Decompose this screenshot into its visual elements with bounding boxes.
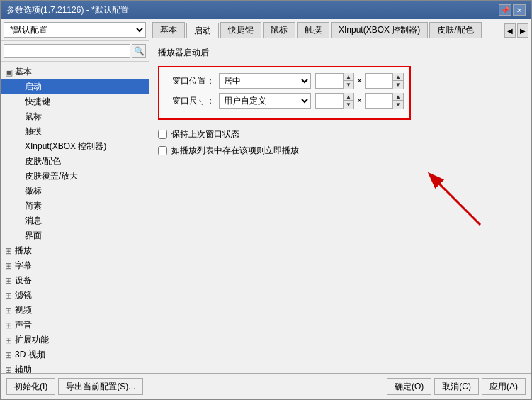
pos-y-input[interactable]: 0: [366, 74, 392, 88]
size-w-up[interactable]: ▲: [344, 93, 353, 101]
tree-item-skin-color[interactable]: 皮肤/配色: [1, 154, 149, 169]
export-button[interactable]: 导出当前配置(S)...: [58, 378, 143, 395]
main-window: 参数选项(1.7.21126) - *默认配置 📌 ✕ *默认配置 🔍 ▣基本: [0, 0, 532, 400]
tab-prev-button[interactable]: ◀: [504, 23, 516, 38]
tree-item-xinput[interactable]: XInput(XBOX 控制器): [1, 139, 149, 154]
section-title: 播放器启动后: [158, 47, 523, 59]
tree-item-video[interactable]: ⊞视频: [1, 303, 149, 318]
keep-window-state-checkbox[interactable]: [158, 130, 167, 139]
window-size-label: 窗口尺寸：: [165, 95, 215, 107]
tree-item-ui[interactable]: 界面: [1, 228, 149, 243]
pos-x-arrows: ▲ ▼: [343, 73, 353, 89]
confirm-button[interactable]: 确定(O): [387, 378, 431, 395]
tab-nav-buttons: ◀ ▶: [504, 23, 528, 38]
content-area: *默认配置 🔍 ▣基本启动快捷键鼠标触摸XInput(XBOX 控制器)皮肤/配…: [1, 19, 531, 373]
window-size-select[interactable]: 用户自定义: [219, 93, 311, 109]
size-h-up[interactable]: ▲: [393, 93, 403, 101]
title-controls: 📌 ✕: [499, 4, 526, 16]
bottom-bar-right: 确定(O) 取消(C) 应用(A): [387, 378, 526, 395]
tree-area: ▣基本启动快捷键鼠标触摸XInput(XBOX 控制器)皮肤/配色皮肤覆盖/放大…: [1, 62, 149, 373]
tabs-bar: 基本启动快捷键鼠标触摸XInput(XBOX 控制器)皮肤/配色 ◀ ▶: [149, 19, 531, 38]
tree-item-audio[interactable]: ⊞声音: [1, 318, 149, 333]
pos-separator: ×: [357, 76, 362, 86]
play-if-in-list-label: 如播放列表中存在该项则立即播放: [171, 145, 299, 157]
init-button[interactable]: 初始化(I): [6, 378, 55, 395]
size-w-down[interactable]: ▼: [344, 101, 353, 109]
pin-button[interactable]: 📌: [499, 4, 511, 16]
tree-item-message[interactable]: 消息: [1, 213, 149, 228]
tab-hotkeys[interactable]: 快捷键: [220, 22, 261, 38]
tree-item-subtitle[interactable]: ⊞字幕: [1, 258, 149, 273]
size-w-arrows: ▲ ▼: [343, 93, 353, 109]
search-area: 🔍: [1, 41, 149, 62]
size-w-input[interactable]: 1280: [316, 94, 343, 108]
pos-y-spinbox: 0 ▲ ▼: [365, 73, 404, 89]
bottom-bar: 初始化(I) 导出当前配置(S)... 确定(O) 取消(C) 应用(A): [1, 373, 531, 399]
pos-x-spinbox-group: 0 ▲ ▼ × 0 ▲ ▼: [315, 73, 404, 89]
keep-window-state-label: 保持上次窗口状态: [171, 128, 239, 140]
tab-start[interactable]: 启动: [186, 23, 219, 38]
tree-item-simple[interactable]: 简素: [1, 199, 149, 213]
search-input[interactable]: [4, 44, 130, 58]
search-icon: 🔍: [134, 46, 145, 56]
tab-mouse[interactable]: 鼠标: [263, 22, 295, 38]
cancel-button[interactable]: 取消(C): [434, 378, 479, 395]
profile-dropdown[interactable]: *默认配置: [4, 22, 146, 38]
size-separator: ×: [357, 96, 362, 106]
window-pos-row: 窗口位置： 居中 0 ▲ ▼ ×: [165, 73, 404, 89]
search-button[interactable]: 🔍: [132, 44, 146, 58]
window-pos-label: 窗口位置：: [165, 75, 215, 87]
red-arrow-annotation: [409, 168, 494, 232]
tab-touch[interactable]: 触摸: [297, 22, 329, 38]
arrow-annotation-area: [158, 161, 523, 232]
size-h-down[interactable]: ▼: [393, 101, 403, 109]
pos-x-spinbox: 0 ▲ ▼: [315, 73, 354, 89]
tree-item-playback[interactable]: ⊞播放: [1, 243, 149, 258]
tab-basic[interactable]: 基本: [152, 22, 185, 38]
checkbox1-row: 保持上次窗口状态: [158, 128, 523, 140]
window-size-row: 窗口尺寸： 用户自定义 1280 ▲ ▼: [165, 93, 404, 109]
pos-x-up[interactable]: ▲: [344, 73, 353, 81]
window-title: 参数选项(1.7.21126) - *默认配置: [6, 4, 129, 16]
pos-y-up[interactable]: ▲: [393, 73, 403, 81]
tab-next-button[interactable]: ▶: [517, 23, 528, 38]
pos-y-arrows: ▲ ▼: [392, 73, 403, 89]
tree-item-filter[interactable]: ⊞滤镜: [1, 288, 149, 303]
tree-item-hotkeys[interactable]: 快捷键: [1, 94, 149, 109]
tree-item-3d-video[interactable]: ⊞3D 视频: [1, 348, 149, 362]
size-w-spinbox: 1280 ▲ ▼: [315, 93, 354, 109]
size-h-spinbox: 720 ▲ ▼: [365, 93, 404, 109]
pos-x-down[interactable]: ▼: [344, 81, 353, 89]
tree-item-device[interactable]: ⊞设备: [1, 273, 149, 288]
size-spinbox-group: 1280 ▲ ▼ × 720 ▲: [315, 93, 404, 109]
pos-y-down[interactable]: ▼: [393, 81, 403, 89]
window-pos-select[interactable]: 居中: [219, 73, 311, 89]
title-bar: 参数选项(1.7.21126) - *默认配置 📌 ✕: [1, 1, 531, 19]
pos-x-input[interactable]: 0: [316, 74, 343, 88]
tree-item-start[interactable]: 启动: [1, 79, 149, 94]
tree-item-skin-scale[interactable]: 皮肤覆盖/放大: [1, 169, 149, 184]
tab-skin[interactable]: 皮肤/配色: [429, 22, 481, 38]
tree-item-touch[interactable]: 触摸: [1, 124, 149, 139]
tree-item-logo[interactable]: 徽标: [1, 184, 149, 199]
size-h-input[interactable]: 720: [366, 94, 392, 108]
checkbox2-row: 如播放列表中存在该项则立即播放: [158, 145, 523, 157]
profile-selector: *默认配置: [1, 19, 149, 41]
tree-item-extend[interactable]: ⊞扩展功能: [1, 333, 149, 348]
right-panel: 基本启动快捷键鼠标触摸XInput(XBOX 控制器)皮肤/配色 ◀ ▶ 播放器…: [149, 19, 531, 373]
highlighted-settings-box: 窗口位置： 居中 0 ▲ ▼ ×: [158, 66, 411, 120]
svg-line-1: [431, 175, 480, 225]
play-if-in-list-checkbox[interactable]: [158, 146, 167, 155]
tree-item-mouse[interactable]: 鼠标: [1, 109, 149, 124]
tree-item-basic[interactable]: ▣基本: [1, 65, 149, 79]
tree-item-assist[interactable]: ⊞辅助: [1, 362, 149, 373]
close-button[interactable]: ✕: [513, 4, 526, 16]
tab-xinput[interactable]: XInput(XBOX 控制器): [331, 22, 428, 38]
apply-button[interactable]: 应用(A): [482, 378, 526, 395]
size-h-arrows: ▲ ▼: [392, 93, 403, 109]
bottom-bar-left: 初始化(I) 导出当前配置(S)...: [6, 378, 143, 395]
left-panel: *默认配置 🔍 ▣基本启动快捷键鼠标触摸XInput(XBOX 控制器)皮肤/配…: [1, 19, 149, 373]
panel-content: 播放器启动后 窗口位置： 居中 0 ▲: [149, 38, 531, 373]
